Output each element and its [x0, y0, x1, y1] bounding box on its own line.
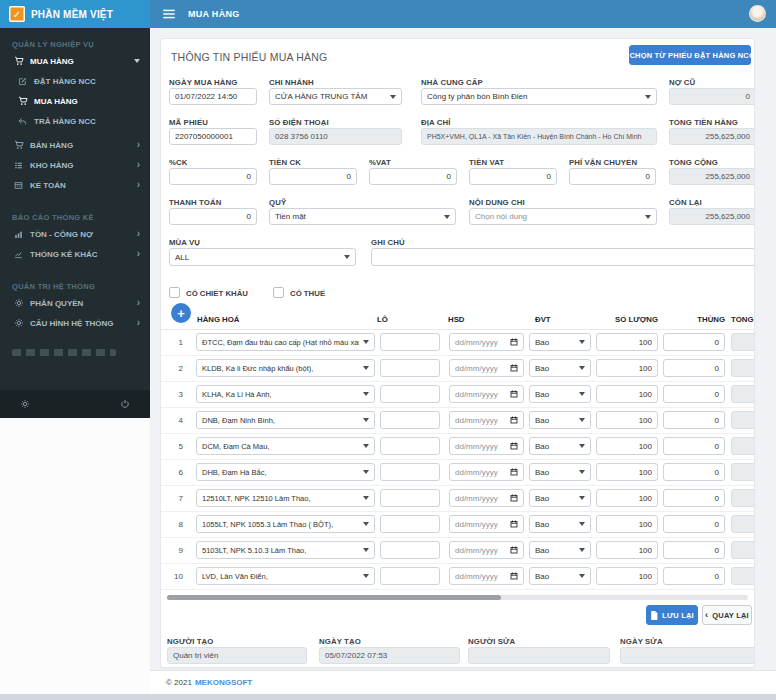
quantity-input[interactable]: [596, 515, 658, 533]
quantity-input[interactable]: [596, 463, 658, 481]
product-select[interactable]: KLHA, Ka Li Hà Anh,: [196, 385, 375, 403]
hsd-date-input[interactable]: dd/mm/yyyy: [449, 515, 524, 533]
sidebar-item-cau-hinh[interactable]: CẤU HÌNH HỆ THỐNG: [0, 313, 150, 333]
quantity-input[interactable]: [596, 489, 658, 507]
box-input[interactable]: [663, 489, 725, 507]
supplier-select[interactable]: Công ty phân bón Bình Điền: [421, 88, 657, 105]
company-link[interactable]: MEKONGSOFT: [195, 678, 252, 687]
receipt-code-input[interactable]: [169, 128, 257, 145]
sidebar-item-thong-ke-khac[interactable]: THỐNG KÊ KHÁC: [0, 244, 150, 264]
unit-select[interactable]: Bao: [529, 567, 591, 585]
product-select[interactable]: DCM, Đạm Cà Mau,: [196, 437, 375, 455]
brand[interactable]: PHẦN MỀM VIỆT: [0, 0, 150, 28]
fund-select[interactable]: Tiền mặt: [269, 208, 456, 225]
product-select[interactable]: 12510LT, NPK 12510 Lâm Thao,: [196, 489, 375, 507]
sidebar-item-ke-toan[interactable]: KẾ TOÁN: [0, 175, 150, 195]
lot-input[interactable]: [380, 489, 440, 507]
hsd-date-input[interactable]: dd/mm/yyyy: [449, 359, 524, 377]
product-select[interactable]: DHB, Đạm Hà Bắc,: [196, 463, 375, 481]
note-input[interactable]: [371, 248, 755, 266]
quantity-input[interactable]: [596, 385, 658, 403]
sidebar-item-mua-hang[interactable]: MUA HÀNG: [0, 91, 150, 111]
sidebar-item-dat-hang-ncc[interactable]: ĐẶT HÀNG NCC: [0, 71, 150, 91]
horizontal-scrollbar-thumb[interactable]: [167, 595, 501, 600]
quantity-input[interactable]: [596, 437, 658, 455]
hsd-date-input[interactable]: dd/mm/yyyy: [449, 489, 524, 507]
quantity-input[interactable]: [596, 359, 658, 377]
sidebar-item-ton-cong-no[interactable]: TỒN - CÔNG NỢ: [0, 224, 150, 244]
lot-input[interactable]: [380, 567, 440, 585]
branch-select[interactable]: CỬA HÀNG TRUNG TÂM: [269, 88, 402, 105]
box-input[interactable]: [663, 437, 725, 455]
lot-input[interactable]: [380, 385, 440, 403]
unit-select[interactable]: Bao: [529, 411, 591, 429]
unit-select[interactable]: Bao: [529, 515, 591, 533]
save-button[interactable]: LƯU LẠI: [646, 605, 698, 625]
lot-input[interactable]: [380, 463, 440, 481]
unit-select[interactable]: Bao: [529, 541, 591, 559]
unit-select[interactable]: Bao: [529, 333, 591, 351]
box-input[interactable]: [663, 515, 725, 533]
season-select[interactable]: ALL: [169, 248, 356, 266]
quantity-input[interactable]: [596, 333, 658, 351]
sidebar-item-tra-hang-ncc[interactable]: TRẢ HÀNG NCC: [0, 111, 150, 131]
product-select[interactable]: LVD, Lân Văn Điển,: [196, 567, 375, 585]
lot-input[interactable]: [380, 333, 440, 351]
unit-select[interactable]: Bao: [529, 437, 591, 455]
lot-input[interactable]: [380, 411, 440, 429]
tax-checkbox[interactable]: [273, 287, 284, 298]
unit-select[interactable]: Bao: [529, 385, 591, 403]
add-row-button[interactable]: [171, 303, 191, 323]
sidebar-item-mua-hang-parent[interactable]: MUA HÀNG: [0, 51, 150, 71]
unit-select[interactable]: Bao: [529, 359, 591, 377]
quantity-input[interactable]: [596, 541, 658, 559]
vat-amount-input[interactable]: [469, 168, 557, 185]
product-select[interactable]: ĐTCC, Đạm đầu trâu cao cấp (Hạt nhỏ màu …: [196, 333, 375, 351]
hsd-date-input[interactable]: dd/mm/yyyy: [449, 333, 524, 351]
product-select[interactable]: 1055LT, NPK 1055.3 Lâm Thao ( BỘT),: [196, 515, 375, 533]
vat-pct-input[interactable]: [369, 168, 457, 185]
hsd-date-input[interactable]: dd/mm/yyyy: [449, 463, 524, 481]
shipping-fee-input[interactable]: [569, 168, 656, 185]
discount-checkbox[interactable]: [169, 287, 180, 298]
hamburger-menu-icon[interactable]: [163, 9, 175, 19]
sidebar-item-phan-quyen[interactable]: PHÂN QUYỀN: [0, 293, 150, 313]
back-button[interactable]: QUAY LẠI: [702, 605, 752, 625]
lot-input[interactable]: [380, 437, 440, 455]
unit-select[interactable]: Bao: [529, 489, 591, 507]
box-input[interactable]: [663, 333, 725, 351]
payment-input[interactable]: [169, 208, 257, 225]
box-input[interactable]: [663, 359, 725, 377]
sidebar-item-ban-hang[interactable]: BÁN HÀNG: [0, 135, 150, 155]
hsd-date-input[interactable]: dd/mm/yyyy: [449, 437, 524, 455]
lot-input[interactable]: [380, 359, 440, 377]
box-input[interactable]: [663, 385, 725, 403]
hsd-date-input[interactable]: dd/mm/yyyy: [449, 567, 524, 585]
product-select[interactable]: DNB, Đạm Ninh Bình,: [196, 411, 375, 429]
hsd-date-input[interactable]: dd/mm/yyyy: [449, 541, 524, 559]
purchase-date-input[interactable]: [169, 88, 257, 105]
box-input[interactable]: [663, 411, 725, 429]
product-select[interactable]: KLDB, Ka li Đức nhập khẩu (bột),: [196, 359, 375, 377]
power-icon[interactable]: [120, 395, 130, 413]
row-number: 1: [165, 338, 183, 347]
quantity-input[interactable]: [596, 411, 658, 429]
box-input[interactable]: [663, 463, 725, 481]
settings-gear-icon[interactable]: [20, 395, 30, 413]
box-input[interactable]: [663, 567, 725, 585]
sidebar-item-kho-hang[interactable]: KHO HÀNG: [0, 155, 150, 175]
discount-amount-input[interactable]: [269, 168, 357, 185]
row-number: 7: [165, 494, 183, 503]
unit-select[interactable]: Bao: [529, 463, 591, 481]
product-select[interactable]: 5103LT, NPK 5.10.3 Lâm Thao,: [196, 541, 375, 559]
discount-pct-input[interactable]: [169, 168, 257, 185]
choose-from-po-button[interactable]: CHỌN TỪ PHIẾU ĐẶT HÀNG NCC: [629, 45, 751, 65]
hsd-date-input[interactable]: dd/mm/yyyy: [449, 385, 524, 403]
quantity-input[interactable]: [596, 567, 658, 585]
lot-input[interactable]: [380, 541, 440, 559]
hsd-date-input[interactable]: dd/mm/yyyy: [449, 411, 524, 429]
expense-content-select[interactable]: Chọn nội dung: [469, 208, 657, 225]
user-avatar[interactable]: [749, 5, 766, 22]
lot-input[interactable]: [380, 515, 440, 533]
box-input[interactable]: [663, 541, 725, 559]
